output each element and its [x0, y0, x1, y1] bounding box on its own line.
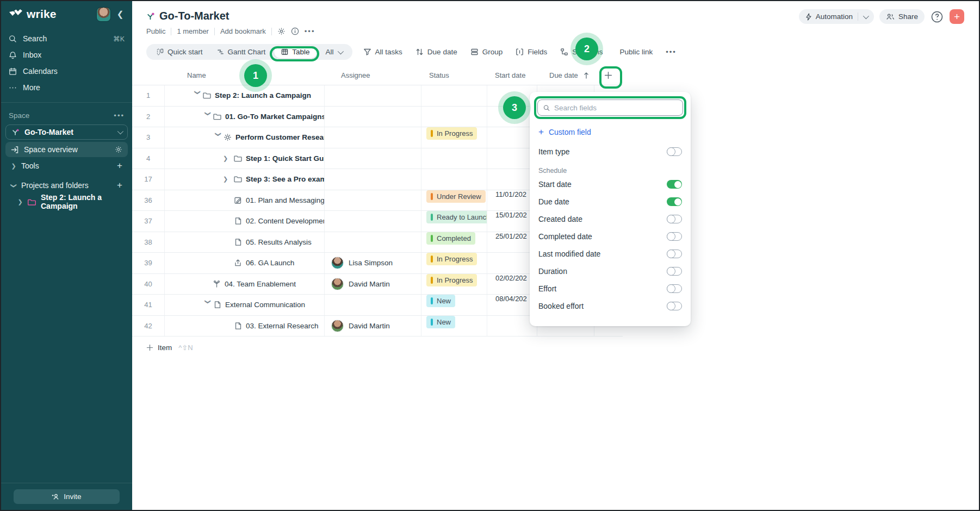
field-toggle-item-type: Item type — [537, 143, 683, 160]
assignee-cell[interactable] — [324, 85, 421, 106]
assignee-cell[interactable] — [324, 232, 421, 253]
status-cell[interactable]: New — [421, 316, 487, 336]
column-header-assignee[interactable]: Assignee — [324, 71, 421, 79]
folder-icon-pink — [28, 198, 36, 205]
share-button[interactable]: Share — [879, 9, 925, 24]
toolbar-public-link[interactable]: Public link — [616, 48, 653, 56]
assignee-cell[interactable]: David Martin — [324, 274, 421, 295]
chevron-right-icon[interactable]: ❯ — [223, 176, 234, 183]
task-name-cell[interactable]: ❯ External Communication — [164, 295, 324, 315]
assignee-cell[interactable] — [324, 107, 421, 127]
sidebar-item-projects-and-folders[interactable]: ❯ Projects and folders + — [5, 178, 128, 193]
chevron-down-icon[interactable]: ❯ — [204, 111, 212, 122]
assignee-cell[interactable] — [324, 190, 421, 211]
task-name-cell[interactable]: ❯ Step 1: Quick Start Guide — [164, 148, 324, 169]
toolbar-fields[interactable]: Fields — [516, 48, 547, 56]
task-name-cell[interactable]: 04. Team Enablement — [164, 274, 324, 295]
gear-icon[interactable] — [115, 146, 122, 153]
help-button[interactable] — [930, 10, 944, 24]
sidebar-item-search[interactable]: Search ⌘K — [1, 30, 132, 47]
toggle-switch[interactable] — [667, 180, 682, 189]
tab-gantt-chart[interactable]: Gantt Chart — [210, 44, 273, 60]
column-header-due-date[interactable]: Due date — [537, 71, 594, 79]
assignee-cell[interactable] — [324, 169, 421, 190]
task-name-cell[interactable]: ❯ Perform Customer Research a — [164, 127, 324, 148]
add-column-button[interactable] — [594, 71, 623, 79]
column-header-start-date[interactable]: Start date — [487, 71, 537, 79]
sidebar-item-space-overview[interactable]: Space overview — [5, 142, 128, 157]
task-name: 04. Team Enablement — [225, 280, 296, 288]
tab-quick-start[interactable]: Quick start — [150, 44, 210, 60]
add-tool-icon[interactable]: + — [117, 160, 122, 171]
add-item-button[interactable]: Item ^⇧N — [132, 336, 623, 358]
assignee-cell[interactable] — [324, 127, 421, 148]
toggle-switch[interactable] — [667, 302, 682, 310]
status-cell[interactable]: Ready to Launch — [421, 211, 487, 232]
add-project-icon[interactable]: + — [117, 180, 122, 191]
toggle-switch[interactable] — [667, 284, 682, 293]
add-custom-field-button[interactable]: + Custom field — [538, 127, 682, 138]
sidebar-item-inbox[interactable]: Inbox — [1, 47, 132, 63]
status-cell[interactable]: In Progress — [421, 127, 487, 148]
automation-button[interactable]: Automation — [799, 9, 874, 24]
toggle-switch[interactable] — [667, 147, 682, 156]
assignee-cell[interactable] — [324, 211, 421, 232]
task-name-cell[interactable]: 06. GA Launch — [164, 253, 324, 273]
members-label[interactable]: 1 member — [177, 27, 209, 35]
status-cell[interactable] — [421, 169, 487, 190]
status-cell[interactable]: In Progress — [421, 253, 487, 273]
toggle-switch[interactable] — [667, 250, 682, 258]
assignee-cell[interactable] — [324, 148, 421, 169]
sidebar-collapse-icon[interactable]: ❮ — [116, 9, 125, 19]
status-cell[interactable]: Under Review — [421, 190, 487, 211]
chevron-down-icon[interactable]: ❯ — [215, 132, 222, 143]
toggle-switch[interactable] — [667, 232, 682, 241]
toolbar-more-icon[interactable]: ••• — [666, 48, 677, 56]
chevron-right-icon[interactable]: ❯ — [223, 155, 234, 162]
column-header-status[interactable]: Status — [421, 71, 487, 79]
view-scope-dropdown[interactable]: All — [319, 44, 349, 60]
status-cell[interactable] — [421, 85, 487, 106]
task-name-cell[interactable]: ❯ Step 2: Launch a Campaign — [164, 85, 324, 106]
task-name-cell[interactable]: 03. External Research — [164, 316, 324, 336]
gear-icon[interactable] — [277, 27, 286, 35]
user-avatar[interactable] — [96, 7, 111, 22]
toolbar-all-tasks[interactable]: All tasks — [363, 48, 402, 56]
space-options-icon[interactable]: ••• — [114, 111, 125, 120]
sidebar-item-tools[interactable]: ❯ Tools + — [5, 158, 128, 173]
task-name-cell[interactable]: 02. Content Development — [164, 211, 324, 232]
info-icon[interactable] — [291, 27, 299, 35]
chevron-down-icon[interactable]: ❯ — [194, 90, 201, 101]
task-name-cell[interactable]: ❯ Step 3: See a Pro example — [164, 169, 324, 190]
assignee-cell[interactable]: David Martin — [324, 316, 421, 336]
assignee-cell[interactable] — [324, 295, 421, 315]
sidebar-item-step2-campaign[interactable]: ❯ Step 2: Launch a Campaign — [5, 194, 128, 209]
more-options-icon[interactable]: ••• — [305, 27, 315, 35]
add-bookmark-link[interactable]: Add bookmark — [220, 27, 266, 35]
toggle-switch[interactable] — [667, 215, 682, 223]
chevron-down-icon[interactable]: ❯ — [204, 300, 212, 310]
task-name: 03. External Research — [246, 322, 319, 330]
status-cell[interactable] — [421, 107, 487, 127]
public-label[interactable]: Public — [146, 27, 165, 35]
status-cell[interactable]: In Progress — [421, 274, 487, 295]
toggle-switch[interactable] — [667, 267, 682, 276]
toggle-switch[interactable] — [667, 197, 682, 206]
tab-table[interactable]: Table — [274, 45, 317, 59]
assignee-cell[interactable]: Lisa Simpson — [324, 253, 421, 273]
task-name-cell[interactable]: ❯ 01. Go-To Market Campaigns — [164, 107, 324, 127]
toolbar-group[interactable]: Group — [470, 48, 503, 56]
field-label: Effort — [538, 284, 667, 293]
toolbar-due-date[interactable]: Due date — [415, 48, 457, 56]
status-cell[interactable]: Completed — [421, 232, 487, 253]
invite-button[interactable]: Invite — [14, 489, 120, 504]
sidebar-item-go-to-market[interactable]: Go-To-Market — [5, 124, 128, 140]
sidebar-item-calendars[interactable]: Calendars — [1, 63, 132, 79]
status-cell[interactable] — [421, 148, 487, 169]
task-name-cell[interactable]: 01. Plan and Messaging Str — [164, 190, 324, 211]
status-cell[interactable]: New — [421, 295, 487, 315]
search-fields-input[interactable] — [537, 99, 683, 116]
create-button[interactable]: + — [950, 9, 964, 24]
task-name-cell[interactable]: 05. Results Analysis — [164, 232, 324, 253]
sidebar-item-more[interactable]: More — [1, 79, 132, 96]
